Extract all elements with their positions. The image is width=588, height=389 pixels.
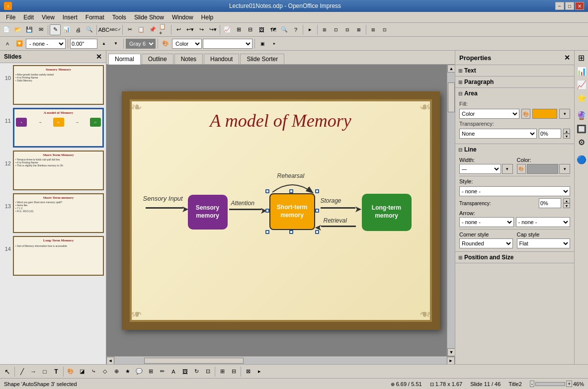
side-btn-1[interactable]: ⊞: [576, 52, 588, 64]
gallery-button[interactable]: 🖼: [256, 24, 267, 35]
chart-button[interactable]: 📈: [222, 24, 233, 35]
scroll-left-btn[interactable]: ◄: [106, 357, 114, 365]
side-btn-8[interactable]: 🔵: [576, 154, 588, 165]
new-button[interactable]: 📄: [1, 24, 12, 35]
fill-color-swatch[interactable]: [532, 109, 557, 119]
properties-close-btn[interactable]: ✕: [564, 54, 570, 62]
tab-notes[interactable]: Notes: [174, 54, 203, 64]
close-button[interactable]: ✕: [575, 2, 584, 10]
fill-color-dropdown-btn[interactable]: ▾: [559, 109, 570, 119]
handle-mr[interactable]: [315, 209, 319, 213]
cut-button[interactable]: ✂: [124, 24, 135, 35]
callout-tool[interactable]: 💬: [134, 366, 145, 377]
edit-mode-button[interactable]: ✎: [50, 24, 61, 35]
scroll-down-btn[interactable]: ▼: [447, 348, 455, 356]
navigator-button[interactable]: 🗺: [267, 24, 278, 35]
short-term-box[interactable]: Short-termmemory: [269, 193, 315, 230]
print-button[interactable]: 🖨: [73, 24, 84, 35]
select-tool[interactable]: ↖: [2, 366, 13, 377]
line-section-header[interactable]: ⊟ Line: [455, 144, 574, 155]
arrow-start-select[interactable]: - none -: [459, 217, 514, 227]
tab-normal[interactable]: Normal: [108, 54, 141, 65]
table-button[interactable]: ⊞: [233, 24, 244, 35]
flow-tool[interactable]: ⊕: [111, 366, 122, 377]
line-width-select[interactable]: —: [459, 164, 501, 174]
redo-button[interactable]: ↪: [196, 24, 207, 35]
transparency-type-select[interactable]: None: [459, 129, 537, 139]
menu-tools[interactable]: Tools: [108, 13, 130, 22]
corner-style-select[interactable]: Rounded Square Flat: [459, 238, 513, 248]
view-btn5[interactable]: ⊞: [368, 24, 379, 35]
more-button[interactable]: ▸: [305, 24, 316, 35]
fill-color-picker-btn[interactable]: 🎨: [521, 109, 530, 119]
format-btn2[interactable]: 🔽: [14, 38, 25, 49]
arrow-end-select[interactable]: - none -: [516, 217, 571, 227]
arrow-tool[interactable]: →: [28, 366, 39, 377]
view-btn6[interactable]: ⊡: [379, 24, 390, 35]
spellcheck-button[interactable]: ABC: [98, 24, 109, 35]
line-trans-up[interactable]: ▲: [563, 198, 570, 203]
handle-ml[interactable]: [265, 209, 269, 213]
angle-input[interactable]: [70, 39, 97, 49]
side-btn-3[interactable]: 📈: [576, 78, 588, 90]
scroll-thumb-v[interactable]: [448, 82, 455, 112]
area-color-select[interactable]: [203, 39, 252, 49]
slide-preview-10[interactable]: Sensory Memory • After-growth bodies sat…: [13, 65, 104, 105]
connector-tool[interactable]: ⊞: [145, 366, 156, 377]
view-btn4[interactable]: ⊠: [353, 24, 364, 35]
paragraph-section-header[interactable]: ⊞ Paragraph: [455, 77, 574, 87]
rect-tool[interactable]: □: [39, 366, 50, 377]
angle-down[interactable]: ▼: [110, 38, 121, 49]
long-term-box[interactable]: Long-termmemory: [362, 194, 412, 231]
paste-special-button[interactable]: 📋+: [159, 24, 169, 35]
cap-style-select[interactable]: Flat Round Square: [517, 238, 571, 248]
view-btn3[interactable]: ⊟: [342, 24, 353, 35]
line-trans-input[interactable]: [539, 198, 561, 208]
trans-spin-up[interactable]: ▲: [563, 129, 570, 134]
redo-list-button[interactable]: ↪▾: [207, 24, 218, 35]
side-btn-6[interactable]: 🔲: [576, 123, 588, 135]
color-select[interactable]: Gray 6: [126, 39, 156, 49]
menu-format[interactable]: Format: [82, 13, 108, 22]
menu-help[interactable]: Help: [197, 13, 218, 22]
tab-slide-sorter[interactable]: Slide Sorter: [240, 54, 284, 64]
zoom-in-btn[interactable]: +: [566, 381, 572, 387]
line-trans-down[interactable]: ▼: [563, 203, 570, 208]
more-format-btn[interactable]: ▸: [269, 38, 280, 49]
fill-color-tool[interactable]: 🎨: [65, 366, 76, 377]
scroll-right-btn[interactable]: ►: [447, 357, 455, 365]
undo-button[interactable]: ↩: [173, 24, 184, 35]
maximize-button[interactable]: □: [565, 2, 574, 10]
slide-preview-11[interactable]: A model of Memory S → ST → LT: [13, 108, 104, 148]
more-draw-btn[interactable]: ▸: [254, 366, 265, 377]
taborder-btn[interactable]: ⊠: [243, 366, 253, 377]
menu-file[interactable]: File: [2, 13, 19, 22]
slide-preview-12[interactable]: Short-Term Memory • Tempus-three-la hold…: [13, 151, 104, 190]
insert-img-tool[interactable]: 🖼: [179, 366, 190, 377]
scroll-up-btn[interactable]: ▲: [447, 65, 455, 73]
line-color-dropdown[interactable]: ▾: [559, 164, 570, 174]
area-style-btn[interactable]: 🎨: [160, 38, 171, 49]
side-btn-2[interactable]: 📊: [576, 65, 588, 77]
style-select[interactable]: - none -: [26, 39, 66, 49]
slide-preview-13[interactable]: Short-Term memory • Word you gain Short-…: [13, 193, 104, 233]
scroll-thumb-h[interactable]: [144, 358, 244, 364]
text-section-header[interactable]: ⊞ Text: [455, 65, 574, 76]
find-button[interactable]: 🔍: [279, 24, 290, 35]
line-color-swatch[interactable]: [527, 164, 559, 174]
area-select[interactable]: Color: [172, 39, 202, 49]
handle-bl[interactable]: [265, 230, 269, 234]
trans-spin-down[interactable]: ▼: [563, 134, 570, 139]
side-btn-4[interactable]: ⭐: [576, 92, 588, 104]
transparency-value-input[interactable]: [539, 129, 561, 139]
stars-tool[interactable]: ★: [122, 366, 133, 377]
text-tool[interactable]: T: [51, 366, 62, 377]
tab-handout[interactable]: Handout: [204, 54, 239, 64]
slides-close-btn[interactable]: ✕: [96, 53, 102, 61]
scroll-track-v[interactable]: [447, 73, 455, 348]
zoom-out-btn[interactable]: -: [530, 381, 534, 387]
save-button[interactable]: 💾: [24, 24, 35, 35]
copy-button[interactable]: 📋: [136, 24, 147, 35]
menu-window[interactable]: Window: [168, 13, 197, 22]
view-btn2[interactable]: ⊡: [331, 24, 341, 35]
